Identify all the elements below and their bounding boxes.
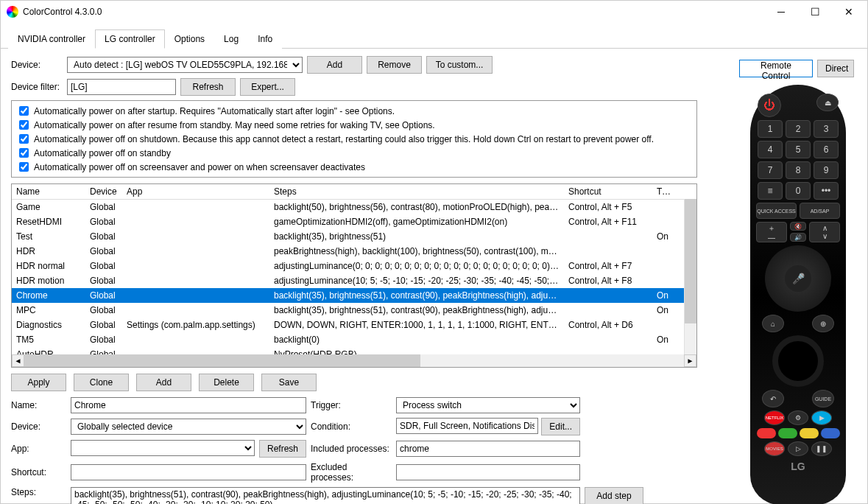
refresh-devices-button[interactable]: Refresh [180,78,236,96]
table-row[interactable]: HDRGlobalpeakBrightness(high), backlight… [12,244,696,259]
device2-select[interactable]: Globally selected device [71,419,306,435]
table-row[interactable]: HDR motionGlobaladjustingLuminance(10; 5… [12,273,696,288]
device-select[interactable]: Auto detect : [LG] webOS TV OLED55C9PLA,… [67,57,303,73]
table-row[interactable]: MPCGlobalbacklight(35), brightness(51), … [12,303,696,318]
movies-button[interactable]: MOVIES [764,441,785,456]
num-8[interactable]: 8 [786,161,811,179]
list-icon[interactable]: ≡ [758,182,783,200]
remove-device-button[interactable]: Remove [367,56,422,74]
col-shortcut[interactable]: Shortcut [564,184,652,199]
steps-textarea[interactable]: backlight(35), brightness(51), contrast(… [71,487,580,504]
tab-log[interactable]: Log [214,29,248,49]
scroll-wheel[interactable] [772,335,824,387]
apply-button[interactable]: Apply [11,374,66,391]
vol-rocker[interactable]: ＋― [756,222,787,242]
input-icon[interactable]: ⊕ [812,315,834,332]
remote-control-button[interactable]: Remote Control [739,60,813,77]
opt-resume-check[interactable] [19,120,29,130]
filter-input[interactable] [67,79,176,95]
add-step-button[interactable]: Add step [585,487,643,504]
opt-screensaver-check[interactable] [19,162,29,172]
clone-button[interactable]: Clone [74,374,129,391]
col-name[interactable]: Name [12,184,85,199]
save-button[interactable]: Save [261,374,317,391]
included-input[interactable] [396,441,580,457]
presets-grid: Name Device App Steps Shortcut Trigger G… [11,183,697,368]
red-button[interactable] [757,428,776,438]
minimize-button[interactable]: ─ [764,1,798,23]
blue-button[interactable] [821,428,840,438]
num-7[interactable]: 7 [758,161,783,179]
edit-condition-button[interactable]: Edit... [541,418,580,435]
yellow-button[interactable] [800,428,819,438]
num-2[interactable]: 2 [786,120,811,138]
mic-ring[interactable]: 🎤 [765,245,831,312]
ch-rocker[interactable]: ∧∨ [809,222,840,242]
num-3[interactable]: 3 [814,120,839,138]
tab-options[interactable]: Options [165,29,214,49]
col-app[interactable]: App [122,184,269,199]
excluded-input[interactable] [396,464,580,480]
steps-label: Steps: [11,487,66,497]
add-preset-button[interactable]: Add [136,374,191,391]
table-row[interactable]: HDR normalGlobaladjustingLuminance(0; 0;… [12,259,696,273]
power-icon[interactable]: ⏻ [758,94,781,117]
add-device-button[interactable]: Add [307,56,362,74]
horizontal-scrollbar[interactable]: ◄► [12,354,696,367]
app-select[interactable] [71,440,255,456]
device-label: Device: [11,60,63,70]
tab-info[interactable]: Info [248,29,282,49]
num-4[interactable]: 4 [758,141,783,158]
app-label: App: [11,444,66,454]
col-trigger[interactable]: Trigger [652,184,674,199]
table-row[interactable]: GameGlobalbacklight(50), brightness(56),… [12,200,696,214]
table-row[interactable]: ChromeGlobalbacklight(35), brightness(51… [12,288,696,303]
green-button[interactable] [778,428,797,438]
direct-button[interactable]: Direct [817,60,854,77]
condition-input[interactable] [396,418,538,434]
tab-lg[interactable]: LG controller [95,29,165,49]
mic-icon[interactable]: 🎤 [785,265,811,292]
home-icon[interactable]: ⌂ [762,315,784,332]
quick-access[interactable]: QUICK ACCESS [756,203,797,219]
pause-icon[interactable]: ❚❚ [811,441,832,456]
table-row[interactable]: ResetHDMIGlobalgameOptimizationHDMI2(off… [12,214,696,229]
to-custom-button[interactable]: To custom... [426,56,493,74]
settings-icon[interactable]: ⚙ [788,410,808,425]
vertical-scrollbar[interactable] [684,199,696,354]
trigger-select[interactable]: Process switch [396,397,580,413]
back-icon[interactable]: ↶ [762,390,784,407]
speaker-icon[interactable]: 🔊 [790,233,806,242]
table-row[interactable]: AutoHDRGlobalNvPreset(HDR RGB) [12,347,696,354]
shortcut-input[interactable] [71,464,306,480]
table-row[interactable]: TestGlobalbacklight(35), brightness(51)O… [12,229,696,244]
mute-icon[interactable]: 🔇 [790,222,806,231]
tab-strip: NVIDIA controller LG controller Options … [1,29,867,49]
opt-startup-check[interactable] [19,106,29,116]
more-icon[interactable]: ••• [814,182,839,200]
opt-standby-check[interactable] [19,148,29,158]
prime-button[interactable]: ▶ [811,410,832,425]
play-icon[interactable]: ▷ [788,441,808,456]
num-6[interactable]: 6 [814,141,839,158]
ad-sap[interactable]: AD/SAP [800,203,840,219]
tab-nvidia[interactable]: NVIDIA controller [8,29,95,49]
num-1[interactable]: 1 [758,120,783,138]
num-9[interactable]: 9 [814,161,839,179]
table-row[interactable]: DiagnosticsGlobalSettings (com.palm.app.… [12,318,696,332]
table-row[interactable]: TM5Globalbacklight(0)On [12,332,696,347]
delete-button[interactable]: Delete [199,374,254,391]
guide-icon[interactable]: GUIDE [812,390,834,407]
col-device[interactable]: Device [85,184,122,199]
close-button[interactable]: ✕ [832,1,866,23]
maximize-button[interactable]: ☐ [798,1,832,23]
eject-icon[interactable]: ⏏ [816,94,839,111]
col-steps[interactable]: Steps [269,184,564,199]
netflix-button[interactable]: NETFLIX [764,410,785,425]
opt-shutdown-check[interactable] [19,134,29,144]
num-0[interactable]: 0 [786,182,811,200]
expert-button[interactable]: Expert... [240,78,295,96]
name-input[interactable] [71,397,306,413]
num-5[interactable]: 5 [786,141,811,158]
refresh-apps-button[interactable]: Refresh [259,440,306,458]
